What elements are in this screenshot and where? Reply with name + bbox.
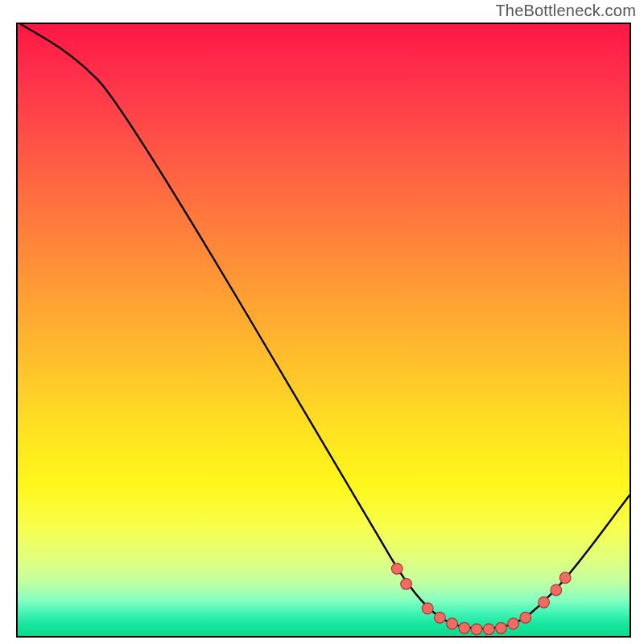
curve-dot (551, 584, 562, 596)
bottleneck-curve (21, 24, 630, 629)
curve-dot (471, 624, 482, 635)
curve-dot (422, 603, 433, 614)
curve-dot (391, 564, 402, 575)
curve-dot (508, 618, 519, 630)
chart-container: TheBottleneck.com (0, 0, 644, 644)
curve-dot (559, 572, 571, 584)
attribution-label: TheBottleneck.com (495, 2, 636, 20)
curve-markers (391, 564, 571, 635)
curve-dot (401, 579, 412, 590)
curve-dot (447, 618, 458, 630)
curve-dot (539, 597, 550, 608)
curve-dot (459, 622, 470, 634)
curve-dot (496, 622, 507, 634)
curve-dot (435, 612, 446, 623)
curve-layer (18, 24, 630, 636)
curve-dot (520, 612, 531, 623)
curve-dot (483, 624, 494, 635)
plot-area (16, 23, 631, 638)
